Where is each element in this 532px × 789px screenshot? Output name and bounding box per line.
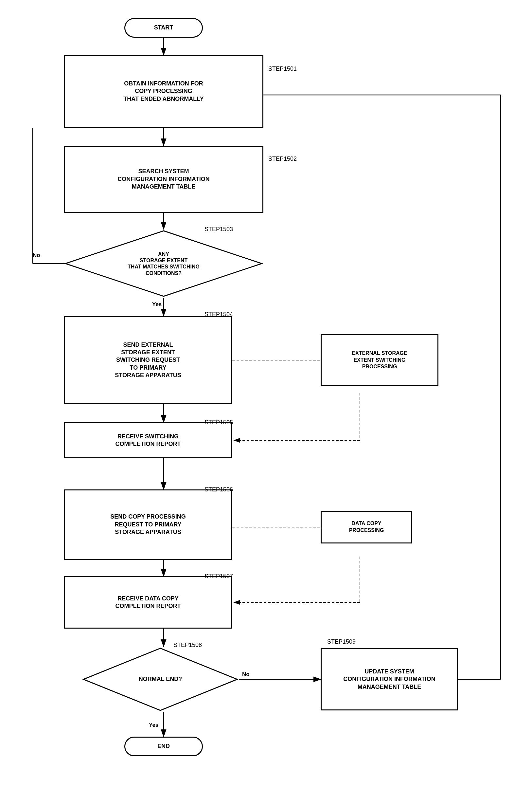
end-node: END bbox=[124, 737, 203, 756]
step1502-text: SEARCH SYSTEM CONFIGURATION INFORMATION … bbox=[113, 165, 214, 193]
step1505-label: STEP1505 bbox=[205, 419, 233, 426]
step1503-label: STEP1503 bbox=[205, 226, 233, 233]
flowchart: START OBTAIN INFORMATION FOR COPY PROCES… bbox=[0, 0, 532, 789]
step1503-diamond: ANY STORAGE EXTENT THAT MATCHES SWITCHIN… bbox=[64, 229, 263, 298]
step1502-label: STEP1502 bbox=[268, 155, 297, 162]
step1502-node: SEARCH SYSTEM CONFIGURATION INFORMATION … bbox=[64, 146, 263, 213]
step1506-node: SEND COPY PROCESSING REQUEST TO PRIMARY … bbox=[64, 490, 232, 560]
step1508-label: STEP1508 bbox=[173, 642, 202, 648]
ext-switching-text: EXTERNAL STORAGE EXTENT SWITCHING PROCES… bbox=[347, 347, 412, 373]
step1505-text: RECEIVE SWITCHING COMPLETION REPORT bbox=[111, 430, 185, 451]
step1507-node: RECEIVE DATA COPY COMPLETION REPORT bbox=[64, 576, 232, 628]
step1509-label: STEP1509 bbox=[327, 638, 356, 645]
step1509-node: UPDATE SYSTEM CONFIGURATION INFORMATION … bbox=[321, 648, 458, 711]
no-label-1508: No bbox=[242, 671, 250, 678]
step1506-label: STEP1506 bbox=[205, 486, 233, 493]
start-label: START bbox=[150, 21, 178, 34]
yes-label-1503: Yes bbox=[152, 301, 162, 308]
step1504-node: SEND EXTERNAL STORAGE EXTENT SWITCHING R… bbox=[64, 316, 232, 404]
start-node: START bbox=[124, 18, 203, 38]
step1501-text: OBTAIN INFORMATION FOR COPY PROCESSING T… bbox=[119, 77, 208, 106]
step1501-node: OBTAIN INFORMATION FOR COPY PROCESSING T… bbox=[64, 55, 263, 128]
step1504-text: SEND EXTERNAL STORAGE EXTENT SWITCHING R… bbox=[110, 338, 186, 382]
end-label: END bbox=[153, 740, 174, 753]
step1506-text: SEND COPY PROCESSING REQUEST TO PRIMARY … bbox=[106, 510, 190, 538]
step1505-node: RECEIVE SWITCHING COMPLETION REPORT bbox=[64, 422, 232, 458]
no-label-1503: No bbox=[33, 252, 40, 259]
step1501-label: STEP1501 bbox=[268, 66, 297, 72]
ext-switching-node: EXTERNAL STORAGE EXTENT SWITCHING PROCES… bbox=[321, 334, 438, 386]
data-copy-node: DATA COPY PROCESSING bbox=[321, 511, 412, 544]
step1507-text: RECEIVE DATA COPY COMPLETION REPORT bbox=[111, 592, 185, 613]
step1509-text: UPDATE SYSTEM CONFIGURATION INFORMATION … bbox=[339, 665, 440, 693]
step1508-text: NORMAL END? bbox=[106, 676, 215, 683]
yes-label-1508: Yes bbox=[149, 722, 158, 729]
data-copy-text: DATA COPY PROCESSING bbox=[344, 518, 389, 537]
step1504-label: STEP1504 bbox=[205, 311, 233, 318]
step1503-text: ANY STORAGE EXTENT THAT MATCHES SWITCHIN… bbox=[94, 251, 234, 276]
step1507-label: STEP1507 bbox=[205, 573, 233, 580]
step1508-diamond: NORMAL END? bbox=[82, 647, 239, 712]
